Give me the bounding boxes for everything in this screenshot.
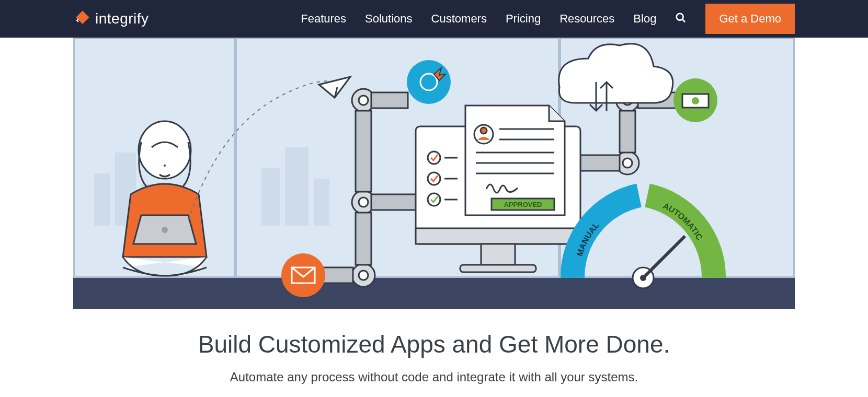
svg-point-49	[428, 151, 440, 164]
svg-rect-32	[356, 213, 371, 265]
approved-badge: APPROVED	[504, 201, 542, 208]
nav-pricing[interactable]: Pricing	[506, 12, 541, 26]
svg-rect-10	[261, 168, 280, 226]
logo-icon	[73, 11, 89, 27]
svg-rect-7	[94, 173, 110, 226]
svg-point-40	[281, 253, 325, 297]
svg-rect-30	[356, 111, 371, 192]
nav-customers[interactable]: Customers	[431, 12, 487, 26]
svg-point-20	[359, 96, 368, 105]
brand-name: integrify	[95, 10, 149, 27]
search-icon[interactable]	[675, 12, 687, 26]
svg-point-53	[428, 193, 440, 206]
top-nav: integrify Features Solutions Customers P…	[0, 0, 868, 38]
svg-rect-11	[285, 147, 309, 226]
hero-illustration: APPROVED MANUAL AUTOMATIC	[73, 38, 795, 309]
svg-rect-48	[460, 265, 536, 272]
svg-point-24	[359, 271, 368, 280]
nav-resources[interactable]: Resources	[559, 12, 614, 26]
svg-line-2	[682, 19, 686, 22]
svg-rect-29	[371, 92, 408, 108]
nav-links: Features Solutions Customers Pricing Res…	[301, 4, 795, 34]
svg-rect-31	[371, 194, 416, 210]
headline: Build Customized Apps and Get More Done.	[0, 330, 868, 358]
svg-rect-33	[322, 267, 353, 283]
svg-rect-34	[580, 155, 620, 171]
svg-point-44	[692, 97, 699, 104]
nav-solutions[interactable]: Solutions	[365, 12, 413, 26]
mail-icon	[281, 253, 325, 297]
svg-point-51	[428, 172, 440, 185]
nav-blog[interactable]: Blog	[633, 12, 656, 26]
svg-point-14	[139, 121, 191, 179]
brand[interactable]: integrify	[73, 10, 149, 27]
get-demo-button[interactable]: Get a Demo	[705, 4, 795, 34]
svg-point-56	[481, 127, 487, 134]
svg-rect-12	[314, 179, 329, 226]
svg-rect-46	[416, 228, 580, 244]
svg-point-15	[164, 165, 166, 167]
subheadline: Automate any process without code and in…	[0, 370, 868, 384]
headline-text: Build Customized Apps and Get More Done.	[0, 330, 868, 358]
svg-point-37	[407, 60, 451, 104]
svg-point-22	[359, 197, 368, 207]
svg-point-28	[623, 158, 632, 168]
target-icon	[407, 60, 451, 104]
svg-point-1	[677, 14, 683, 20]
document-icon: APPROVED	[465, 106, 565, 215]
gear-icon	[352, 264, 375, 287]
money-icon	[673, 78, 717, 122]
svg-rect-13	[73, 278, 795, 309]
svg-point-16	[162, 227, 168, 233]
nav-features[interactable]: Features	[301, 12, 346, 26]
svg-rect-35	[620, 111, 635, 153]
svg-rect-47	[481, 244, 515, 265]
svg-point-67	[640, 275, 646, 281]
